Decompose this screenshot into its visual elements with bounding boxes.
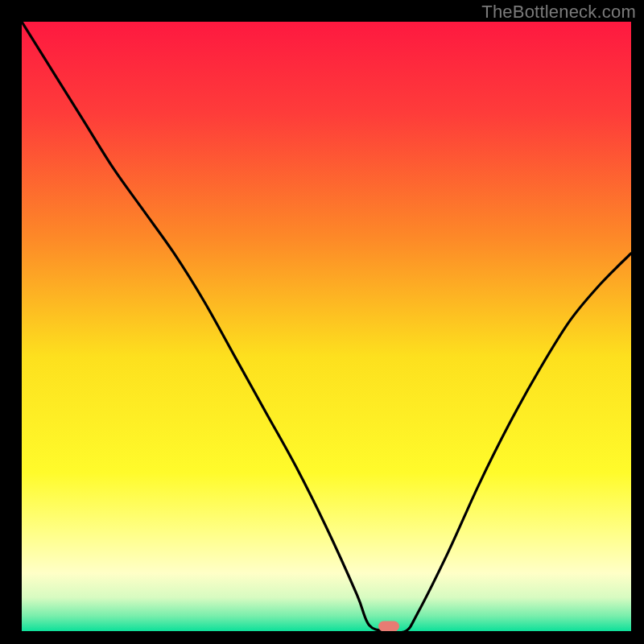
curve-path	[22, 22, 631, 631]
optimum-marker	[378, 621, 399, 631]
plot-area	[22, 22, 631, 631]
chart-frame: TheBottleneck.com	[0, 0, 644, 644]
bottleneck-curve	[22, 22, 631, 631]
watermark-text: TheBottleneck.com	[481, 2, 636, 23]
